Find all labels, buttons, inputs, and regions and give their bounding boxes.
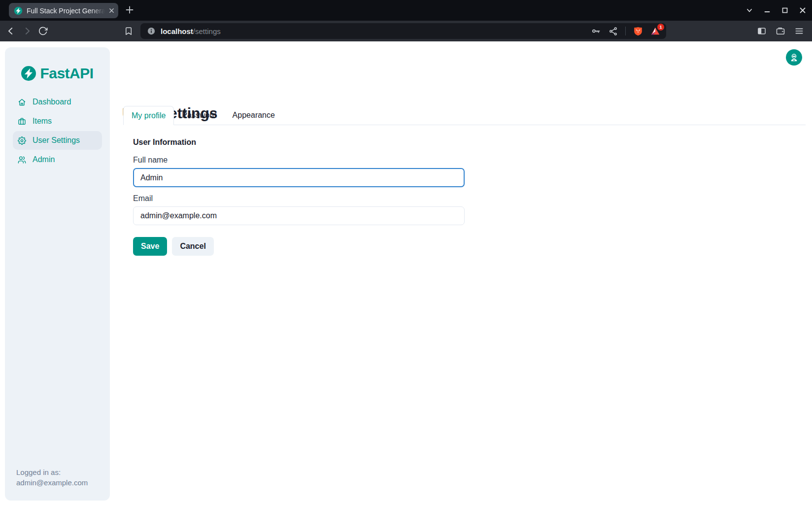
logged-in-label: Logged in as:: [16, 467, 88, 477]
brave-rewards-icon[interactable]: 1: [650, 27, 660, 36]
sidebar-panel-icon[interactable]: [757, 26, 767, 36]
address-bar[interactable]: localhost/settings: [140, 23, 666, 39]
sidebar-item-admin[interactable]: Admin: [13, 150, 102, 169]
address-bar-actions: 1: [591, 26, 660, 36]
page-content: FastAPI Dashboard: [0, 41, 812, 505]
sidebar-item-label: Items: [33, 117, 52, 126]
info-icon[interactable]: [147, 27, 156, 35]
forward-icon[interactable]: [22, 26, 33, 36]
maximize-icon[interactable]: [780, 6, 789, 15]
sidebar-item-dashboard[interactable]: Dashboard: [13, 93, 102, 111]
email-label: Email: [133, 194, 465, 203]
minimize-icon[interactable]: [763, 6, 772, 15]
fastapi-favicon-icon: [14, 6, 23, 15]
browser-tab-strip: Full Stack Project Genera: [0, 0, 812, 21]
save-button[interactable]: Save: [133, 237, 167, 256]
sidebar-item-label: Dashboard: [33, 98, 71, 106]
cancel-button[interactable]: Cancel: [172, 237, 213, 256]
home-icon: [18, 98, 26, 106]
tab-password[interactable]: Password: [174, 106, 224, 125]
window-controls: [745, 0, 807, 21]
gear-icon: [18, 136, 26, 145]
close-window-icon[interactable]: [798, 6, 807, 15]
logged-in-email: admin@example.com: [16, 477, 88, 488]
section-heading: User Information: [133, 138, 465, 147]
full-name-field-group: Full name: [133, 156, 465, 187]
url-host: localhost: [161, 27, 193, 35]
tab-title: Full Stack Project Genera: [27, 7, 105, 15]
settings-tabs: My profile Password Appearance: [123, 106, 806, 125]
browser-tab[interactable]: Full Stack Project Genera: [9, 3, 118, 18]
chevron-down-icon[interactable]: [745, 6, 754, 15]
tab-my-profile[interactable]: My profile: [123, 106, 174, 125]
users-icon: [18, 156, 26, 164]
divider: [625, 27, 626, 35]
user-information-form: User Information Full name Email Save Ca…: [133, 138, 465, 256]
fastapi-bolt-icon: [21, 66, 36, 81]
reload-icon[interactable]: [37, 26, 48, 36]
briefcase-icon: [18, 117, 26, 126]
form-actions: Save Cancel: [133, 237, 465, 256]
toolbar-right-actions: [757, 21, 804, 41]
logged-in-footer: Logged in as: admin@example.com: [16, 467, 88, 488]
full-name-input[interactable]: [133, 168, 465, 187]
tab-appearance[interactable]: Appearance: [225, 106, 283, 125]
back-icon[interactable]: [5, 26, 16, 36]
sidebar-nav: Dashboard Items: [5, 93, 110, 169]
fastapi-logo[interactable]: FastAPI: [5, 65, 110, 82]
rewards-badge: 1: [657, 24, 664, 31]
share-icon[interactable]: [609, 27, 618, 36]
sidebar-item-user-settings[interactable]: User Settings: [13, 131, 102, 150]
key-icon[interactable]: [591, 26, 601, 36]
sidebar-item-label: User Settings: [33, 136, 80, 145]
user-astronaut-icon: [789, 53, 799, 62]
new-tab-icon[interactable]: [125, 5, 134, 14]
logo-text: FastAPI: [40, 65, 93, 82]
sidebar-item-items[interactable]: Items: [13, 112, 102, 131]
url-path: /settings: [193, 27, 221, 35]
email-field-group: Email: [133, 194, 465, 225]
full-name-label: Full name: [133, 156, 465, 165]
tab-close-icon[interactable]: [109, 8, 114, 13]
wallet-icon[interactable]: [776, 26, 785, 36]
menu-icon[interactable]: [794, 26, 804, 36]
email-input[interactable]: [133, 206, 465, 225]
browser-toolbar: localhost/settings: [0, 21, 812, 41]
url-text: localhost/settings: [161, 27, 221, 35]
sidebar-item-label: Admin: [33, 155, 55, 164]
user-menu-button[interactable]: [786, 49, 802, 66]
sidebar: FastAPI Dashboard: [5, 47, 110, 501]
browser-window: Full Stack Project Genera: [0, 0, 812, 505]
bookmark-icon[interactable]: [123, 26, 134, 36]
brave-shield-icon[interactable]: [633, 26, 643, 36]
